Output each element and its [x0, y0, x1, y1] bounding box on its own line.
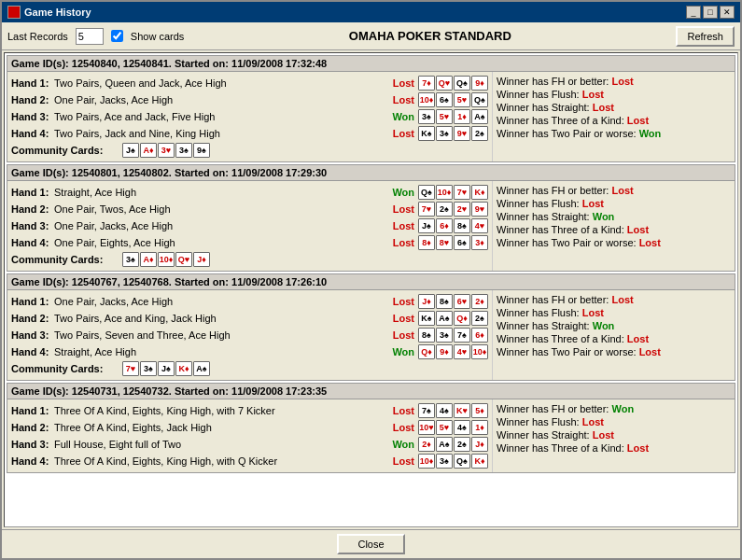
- winner-result: Won: [593, 320, 615, 331]
- last-records-input[interactable]: [76, 28, 104, 45]
- card: A♦: [140, 143, 157, 158]
- winner-label: Winner has FH or better:: [497, 403, 612, 414]
- footer: Close: [2, 529, 740, 558]
- winner-label: Winner has Straight:: [497, 211, 593, 222]
- hand-row: Hand 3:Full House, Eight full of Two Won…: [11, 437, 488, 452]
- card: 7♠: [454, 328, 470, 343]
- hand-label: Hand 3:: [11, 111, 50, 122]
- card-group: J♦8♠6♥2♦: [418, 294, 488, 309]
- hand-label: Hand 1:: [11, 405, 50, 416]
- winner-result: Lost: [639, 237, 661, 248]
- winner-row: Winner has Two Pair or worse: Won: [497, 128, 731, 139]
- hand-row: Hand 2:Two Pairs, Ace and King, Jack Hig…: [11, 311, 488, 326]
- hand-result: Lost: [393, 220, 414, 231]
- main-window: Game History _ □ ✕ Last Records Show car…: [0, 0, 742, 560]
- hand-desc: Two Pairs, Ace and King, Jack High: [54, 313, 389, 324]
- card: K♦: [471, 185, 488, 200]
- show-cards-checkbox[interactable]: [111, 30, 123, 42]
- title-bar-controls: _ □ ✕: [686, 6, 735, 19]
- winner-result: Lost: [639, 346, 661, 357]
- card: J♦: [418, 294, 435, 309]
- winner-result: Won: [593, 211, 615, 222]
- hand-desc: One Pair, Eights, Ace High: [54, 237, 389, 248]
- card: 3♠: [175, 143, 192, 158]
- game-block: Game ID(s): 12540801, 12540802. Started …: [7, 164, 735, 272]
- winner-label: Winner has Straight:: [497, 102, 593, 113]
- hands-section: Hand 1:One Pair, Jacks, Ace High LostJ♦8…: [7, 290, 492, 380]
- hand-desc: One Pair, Twos, Ace High: [54, 203, 389, 215]
- hand-label: Hand 3:: [11, 220, 50, 231]
- hand-row: Hand 3:One Pair, Jacks, Ace High LostJ♠6…: [11, 218, 488, 233]
- hand-desc: Straight, Ace High: [54, 187, 388, 198]
- hand-label: Hand 2:: [11, 203, 50, 215]
- card: 3♥: [158, 143, 175, 158]
- hand-label: Hand 3:: [11, 439, 50, 450]
- winner-label: Winner has Two Pair or worse:: [497, 237, 639, 248]
- hands-section: Hand 1:Straight, Ace High WonQ♠10♦7♥K♦Ha…: [7, 181, 492, 271]
- minimize-button[interactable]: _: [686, 6, 701, 19]
- card-group: 3♠5♥1♦A♠: [418, 109, 488, 124]
- hand-result: Lost: [393, 455, 414, 467]
- hand-result: Lost: [393, 422, 414, 433]
- card: 3♠: [418, 109, 435, 124]
- card: 2♦: [471, 294, 488, 309]
- winner-result: Lost: [582, 89, 604, 100]
- card: 2♥: [454, 202, 470, 217]
- hand-row: Hand 1:One Pair, Jacks, Ace High LostJ♦8…: [11, 294, 488, 309]
- game-body: Hand 1:Two Pairs, Queen and Jack, Ace Hi…: [7, 72, 735, 161]
- hand-desc: Full House, Eight full of Two: [54, 439, 388, 450]
- winner-label: Winner has FH or better:: [497, 294, 612, 305]
- hand-desc: One Pair, Jacks, Ace High: [54, 220, 389, 231]
- refresh-button[interactable]: Refresh: [676, 26, 735, 47]
- card-group: Q♠10♦7♥K♦: [418, 185, 488, 200]
- hands-section: Hand 1:Three Of A Kind, Eights, King Hig…: [7, 399, 492, 472]
- winner-label: Winner has Flush:: [497, 307, 582, 318]
- winner-result: Lost: [612, 294, 634, 305]
- hand-label: Community Cards:: [11, 254, 119, 265]
- winner-section: Winner has FH or better: LostWinner has …: [492, 181, 735, 271]
- card: 6♠: [454, 235, 470, 250]
- card-group: K♠A♠Q♦2♠: [418, 311, 488, 326]
- toolbar: Last Records Show cards OMAHA POKER STAN…: [2, 22, 740, 50]
- hand-row: Hand 4:Three Of A Kind, Eights, King Hig…: [11, 454, 488, 469]
- app-title: OMAHA POKER STANDARD: [191, 29, 668, 43]
- hand-desc: Two Pairs, Jack and Nine, King High: [54, 128, 389, 139]
- winner-row: Winner has Straight: Lost: [497, 429, 731, 441]
- card: 8♠: [454, 218, 470, 233]
- card: Q♦: [454, 311, 470, 326]
- winner-result: Lost: [612, 76, 634, 87]
- maximize-button[interactable]: □: [703, 6, 718, 19]
- hand-result: Lost: [393, 329, 414, 341]
- winner-label: Winner has Three of a Kind:: [497, 115, 627, 126]
- card: 3♠: [122, 252, 139, 267]
- hand-desc: One Pair, Jacks, Ace High: [54, 94, 389, 105]
- last-records-label: Last Records: [7, 31, 68, 42]
- title-bar-left: Game History: [7, 6, 91, 19]
- close-button[interactable]: Close: [337, 534, 404, 554]
- card-group: 8♠3♠7♠6♦: [418, 328, 488, 343]
- winner-row: Winner has Three of a Kind: Lost: [497, 224, 731, 235]
- card: 4♠: [436, 403, 453, 418]
- card-group: 7♥3♠J♠K♦A♠: [122, 361, 210, 376]
- card: K♥: [454, 403, 470, 418]
- card: 8♦: [418, 235, 435, 250]
- winner-row: Winner has Three of a Kind: Lost: [497, 333, 731, 344]
- card: K♦: [175, 361, 192, 376]
- winner-section: Winner has FH or better: LostWinner has …: [492, 290, 735, 380]
- card: K♠: [418, 126, 435, 141]
- winner-result: Lost: [627, 442, 649, 454]
- hand-desc: Three Of A Kind, Eights, King High, with…: [54, 405, 389, 416]
- card: 5♥: [436, 109, 453, 124]
- hand-row: Hand 2:Three Of A Kind, Eights, Jack Hig…: [11, 420, 488, 435]
- card: 1♦: [471, 420, 488, 435]
- close-button[interactable]: ✕: [720, 6, 735, 19]
- card: 9♥: [454, 126, 470, 141]
- card: 5♥: [454, 92, 470, 107]
- card: A♠: [436, 437, 453, 452]
- card: 7♦: [418, 76, 435, 91]
- hand-result: Lost: [393, 405, 414, 416]
- card: 8♠: [418, 328, 435, 343]
- hand-label: Community Cards:: [11, 145, 119, 156]
- title-bar: Game History _ □ ✕: [2, 2, 740, 22]
- winner-result: Lost: [582, 307, 604, 318]
